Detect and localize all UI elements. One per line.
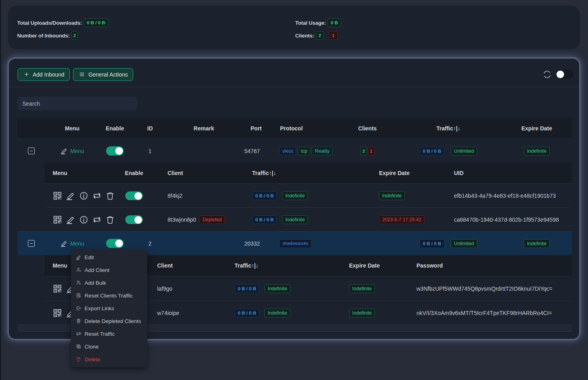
qrcode-icon[interactable] (53, 284, 62, 293)
qrcode-icon[interactable] (53, 215, 62, 224)
menu-item-label: Add Client (85, 267, 109, 273)
row2-expire-tag: Indefinite (524, 239, 550, 248)
client2-traffic-limit-tag: Indefinite (282, 215, 308, 224)
toolbar: Add Inbound General Actions (9, 59, 579, 87)
table-cell: vless tcp Reality (274, 139, 347, 163)
menu-item-reset-clients-traffic[interactable]: Reset Clients Traffic (71, 289, 147, 302)
rest-trash-icon (76, 318, 81, 324)
client2-enable-toggle[interactable] (125, 215, 143, 224)
number-of-inbounds-value: 2 (71, 31, 78, 40)
plus-icon (24, 71, 30, 77)
menu-item-add-bulk[interactable]: Add Bulk (71, 276, 147, 289)
stats-col-right: Clients: 2 1 (295, 31, 338, 40)
row1-enable-toggle[interactable] (106, 146, 124, 156)
client1-traffic-limit-tag: Indefinite (282, 191, 308, 200)
edit-client-icon[interactable] (66, 215, 75, 224)
header-menu: Menu (45, 118, 100, 139)
menu-item-label: Clone (85, 344, 99, 350)
header-remark: Remark (170, 118, 238, 139)
toggle-knob (115, 240, 123, 247)
client-action-icons (53, 191, 115, 201)
menu-item-delete-depleted-clients[interactable]: Delete Depleted Clients (71, 315, 147, 327)
menu-item-reset-traffic[interactable]: Reset Traffic (71, 327, 147, 340)
file-reset-icon (76, 293, 81, 298)
c1-header-traffic: Traffic↑|↓ (247, 163, 372, 183)
table-cell (120, 184, 148, 207)
table-cell: 0 B / 0 B Indefinite (247, 208, 372, 231)
inbounds-table-header: Menu Enable ID Remark Port Protocol Clie… (18, 118, 572, 139)
c1-header-client: Client (148, 163, 247, 183)
table-cell: Menu (45, 139, 100, 163)
repeat-icon (76, 331, 81, 337)
clients-depleted-count: 1 (329, 31, 338, 40)
row2-menu-label: Menu (70, 240, 84, 247)
menu-item-edit[interactable]: Edit (71, 251, 147, 264)
inbound-row-1[interactable]: Menu 1 54767 vless tcp Reality 2 1 (18, 139, 572, 163)
client1-uid: efb14b43-4a79-4e83-ef18-e48cf1901b73 (452, 184, 572, 207)
row2-port: 20332 (238, 232, 274, 255)
table-cell: Indefinite (346, 276, 411, 301)
table-cell (100, 139, 130, 163)
row1-id: 1 (130, 139, 170, 163)
header-expand (18, 118, 45, 139)
table-cell: shadowsocks (274, 232, 347, 255)
clients-label: Clients: (295, 33, 314, 39)
menu-item-add-client[interactable]: Add Client (71, 264, 147, 276)
row1-traffic-tag: 0 B / 0 B (420, 147, 444, 156)
row2-protocol-tag: shadowsocks (279, 239, 312, 248)
table-cell (120, 208, 148, 231)
row1-menu-link[interactable]: Menu (60, 147, 84, 155)
qrcode-icon[interactable] (53, 308, 62, 318)
menu-item-clone[interactable]: Clone (71, 340, 147, 353)
menu-item-delete[interactable]: Delete (71, 353, 147, 366)
table-cell: Indefinite (346, 301, 411, 325)
usergroup-add-icon (76, 280, 81, 285)
clients-active-count: 2 (316, 31, 324, 40)
delete-client-icon[interactable] (105, 191, 115, 201)
edit-client-icon[interactable] (66, 191, 75, 201)
info-icon[interactable] (79, 215, 89, 224)
menu-item-export-links[interactable]: Export Links (71, 302, 147, 315)
general-actions-button[interactable]: General Actions (73, 68, 133, 81)
table-cell (18, 139, 45, 163)
add-inbound-label: Add Inbound (33, 71, 64, 78)
toolbar-right (543, 70, 573, 79)
stats-row-2: Number of Inbounds: 2 Clients: 2 1 (17, 31, 571, 40)
add-inbound-button[interactable]: Add Inbound (18, 68, 70, 81)
delete-icon (76, 356, 81, 362)
row1-security-tag: Reality (312, 147, 333, 156)
table-cell (45, 184, 120, 207)
client-row-8t3wjnn8p0: 8t3wjnn8p0 Depleted 0 B / 0 B Indefinite… (45, 207, 572, 231)
row1-clients-active: 2 (360, 147, 367, 156)
export-icon (76, 305, 81, 311)
info-icon[interactable] (79, 191, 89, 201)
table-cell: 8t3wjnn8p0 Depleted (148, 208, 247, 231)
total-usage-value: 0 B (328, 18, 341, 27)
reset-traffic-icon[interactable] (92, 215, 102, 224)
menu-item-label: Add Bulk (85, 280, 106, 286)
client3-expire-tag: Indefinite (349, 284, 375, 293)
search-input[interactable] (18, 97, 137, 110)
header-clients: Clients (347, 118, 387, 139)
row2-enable-toggle[interactable] (106, 239, 124, 248)
c2-header-password: Password (411, 255, 572, 276)
table-cell: 0 B / 0 B Indefinite (231, 276, 346, 301)
row2-menu-link[interactable]: Menu (60, 240, 84, 247)
stats-col-right: Total Usage: 0 B (295, 18, 341, 28)
header-expire: Expire Date (509, 118, 572, 139)
table-cell: 0 B / 0 B Indefinite (231, 301, 346, 325)
row1-clients-depleted: 1 (368, 147, 375, 156)
refresh-icon[interactable] (543, 70, 552, 79)
number-of-inbounds-label: Number of Inbounds: (17, 33, 70, 39)
collapse-row-button[interactable] (28, 148, 35, 154)
qrcode-icon[interactable] (53, 191, 62, 201)
table-cell: 2 1 (347, 139, 387, 163)
table-cell: 0 B / 0 B Unlimited (387, 232, 509, 255)
collapse-row2-button[interactable] (28, 240, 35, 247)
delete-client-icon[interactable] (105, 215, 115, 224)
client1-enable-toggle[interactable] (125, 191, 143, 200)
auto-refresh-toggle[interactable] (556, 70, 573, 79)
c1-header-uid: UID (452, 163, 572, 183)
reset-traffic-icon[interactable] (92, 191, 102, 201)
edit-pen-icon (60, 147, 68, 155)
